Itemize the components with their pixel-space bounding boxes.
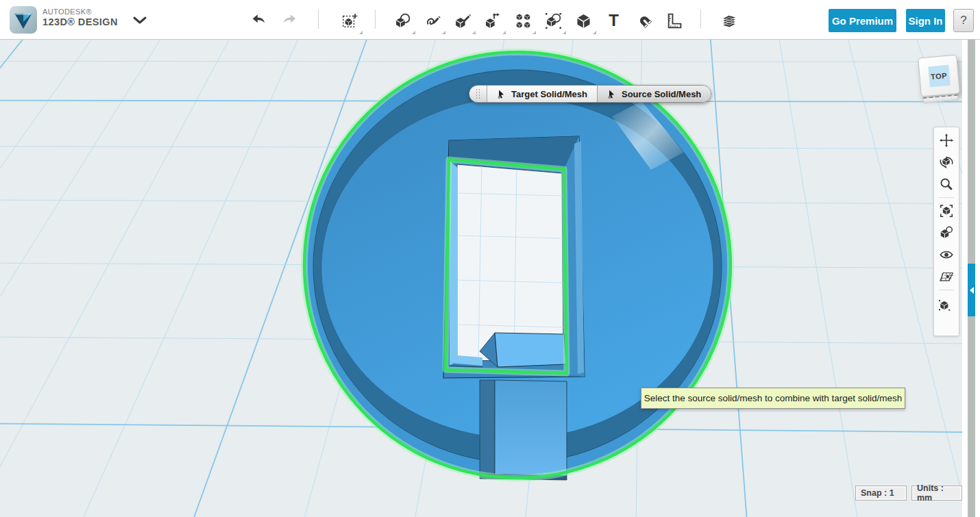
toolbar-divider [700, 10, 701, 29]
units-setting[interactable]: Units : mm [911, 486, 962, 501]
zoom-icon [939, 177, 954, 192]
combine-mode-toolbar: Target Solid/Mesh Source Solid/Mesh [469, 85, 711, 103]
app-logo-icon[interactable] [10, 6, 37, 34]
go-premium-button[interactable]: Go Premium [829, 9, 896, 32]
cursor-icon [607, 89, 617, 99]
pan-button[interactable] [937, 131, 956, 149]
primitives-button[interactable] [392, 9, 413, 32]
column-solid[interactable] [480, 380, 567, 480]
scene [0, 40, 980, 517]
view-mode-button[interactable] [937, 224, 956, 242]
fit-view-button[interactable] [937, 202, 956, 220]
measure-button[interactable] [663, 9, 685, 32]
hint-text: Select the source solid/mesh to combine … [644, 393, 903, 403]
viewport-3d[interactable]: Target Solid/Mesh Source Solid/Mesh Sele… [0, 40, 980, 517]
source-solid-mesh-button[interactable]: Source Solid/Mesh [598, 86, 711, 102]
undo-icon [250, 12, 268, 29]
brand: AUTODESK® 123D® DESIGN [42, 8, 118, 27]
pan-icon [939, 133, 954, 148]
brand-123d-design: 123D® DESIGN [42, 16, 118, 28]
sign-in-button[interactable]: Sign In [906, 9, 945, 32]
toolbar-divider [375, 10, 376, 29]
toolbar-divider [318, 10, 319, 29]
material-button[interactable] [718, 9, 740, 32]
sketch-icon [424, 12, 441, 29]
combine-button[interactable] [573, 9, 594, 32]
nav-divider [939, 290, 954, 290]
help-button[interactable]: ? [953, 9, 974, 32]
undo-button[interactable] [248, 9, 270, 32]
view-cube-top-face[interactable]: TOP [918, 55, 960, 97]
view-cube[interactable]: TOP [916, 53, 963, 105]
target-solid-mesh-label: Target Solid/Mesh [511, 89, 587, 99]
snap-setting[interactable]: Snap : 1 [855, 486, 907, 501]
zoom-button[interactable] [937, 175, 956, 193]
units-value: Units : mm [917, 483, 957, 503]
text-button[interactable]: T [603, 9, 624, 32]
toolbar-drag-handle[interactable] [469, 86, 487, 102]
modify-icon [454, 12, 471, 29]
nav-divider [939, 197, 954, 198]
orbit-icon [939, 155, 954, 170]
view-mode-icon [939, 225, 954, 240]
visibility-icon [939, 247, 954, 262]
select-add-icon [341, 12, 358, 29]
grid-view-icon [939, 269, 954, 284]
panel-expand-tab[interactable] [968, 264, 975, 316]
pattern-icon [515, 12, 532, 29]
redo-button[interactable] [278, 9, 300, 32]
snap-lock-button[interactable] [937, 294, 956, 312]
source-solid-mesh-label: Source Solid/Mesh [622, 89, 701, 99]
target-solid-mesh-button[interactable]: Target Solid/Mesh [487, 86, 598, 102]
modify-button[interactable] [452, 9, 474, 32]
topbar: AUTODESK® 123D® DESIGN [0, 0, 980, 40]
fit-view-icon [939, 203, 954, 218]
material-icon [720, 12, 738, 29]
snap-lock-icon [939, 296, 954, 311]
grid-view-button[interactable] [937, 268, 956, 286]
orbit-button[interactable] [937, 153, 956, 171]
group-button[interactable] [543, 9, 564, 32]
text-icon: T [609, 12, 619, 29]
brand-autodesk: AUTODESK® [42, 8, 118, 16]
hint-tooltip: Select the source solid/mesh to combine … [641, 388, 905, 409]
source-solid-box[interactable] [480, 333, 566, 367]
transform-button[interactable] [482, 9, 504, 32]
snap-icon [635, 12, 652, 29]
pattern-button[interactable] [513, 9, 534, 32]
primitives-icon [394, 12, 411, 29]
view-cube-top-label: TOP [931, 71, 948, 81]
tool-group: T [392, 9, 685, 32]
snap-value: Snap : 1 [861, 488, 894, 498]
navigation-toolbar [933, 127, 959, 336]
combine-icon [575, 12, 592, 29]
select-add-button[interactable] [339, 9, 360, 32]
cursor-icon [497, 89, 506, 99]
redo-icon [280, 12, 298, 29]
sketch-button[interactable] [422, 9, 443, 32]
group-icon [545, 12, 562, 29]
visibility-button[interactable] [937, 246, 956, 264]
snap-button[interactable] [633, 9, 654, 32]
transform-icon [485, 12, 502, 29]
collapse-arrow-icon [970, 287, 974, 294]
right-panel-rail [962, 40, 980, 517]
measure-icon [665, 12, 683, 29]
menu-chevron-icon[interactable] [132, 15, 147, 26]
app-window: AUTODESK® 123D® DESIGN [0, 0, 980, 517]
frame-hole [456, 164, 563, 362]
